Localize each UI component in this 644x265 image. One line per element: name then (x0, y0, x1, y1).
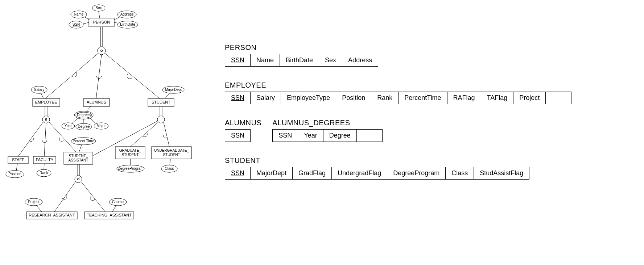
attr-degrees-label: Degrees (77, 113, 91, 117)
svg-line-2 (114, 17, 120, 20)
cell-emp-rank: Rank (371, 92, 399, 104)
cell-emp-raflag: RAFlag (447, 92, 481, 104)
cell-ad-blank (357, 130, 382, 142)
svg-line-4 (114, 22, 118, 23)
attr-degree-label: Degree (78, 125, 90, 129)
table-alumnus-title: ALUMNUS (225, 119, 261, 127)
svg-line-21 (79, 145, 82, 152)
table-alumnus: ALUMNUS SSN (225, 119, 261, 142)
entity-sa-label2: ASSISTANT (69, 158, 88, 162)
cell-emp-position: Position (336, 92, 371, 104)
entity-person-label: PERSON (93, 20, 110, 24)
svg-line-15 (165, 93, 170, 98)
attr-course-label: Course (112, 200, 124, 204)
cell-emp-salary: Salary (251, 92, 281, 104)
svg-line-14 (90, 118, 96, 124)
cell-person-address: Address (342, 54, 378, 66)
cell-stu-ssn: SSN (225, 167, 251, 179)
entity-student-label: STUDENT (152, 100, 170, 104)
cell-alum-ssn: SSN (225, 130, 250, 142)
svg-line-1 (99, 11, 100, 18)
relational-schema: PERSON SSN Name BirthDate Sex Address EM… (225, 43, 571, 194)
cell-stu-majordept: MajorDept (251, 167, 293, 179)
entity-staff-label: STAFF (12, 157, 24, 162)
attr-position-label: Position (8, 172, 21, 176)
attr-degreeprogram-label: DegreeProgram (117, 167, 143, 171)
cell-emp-blank (546, 92, 571, 104)
cell-person-ssn: SSN (225, 54, 251, 66)
cell-stu-class: Class (446, 167, 474, 179)
cell-emp-project: Project (513, 92, 546, 104)
svg-line-34 (81, 182, 105, 212)
cell-emp-taflag: TAFlag (481, 92, 514, 104)
svg-line-9 (105, 53, 160, 98)
attr-ssn-label: SSN (73, 22, 80, 26)
overlap-circle-label: o (100, 48, 103, 52)
cell-emp-ssn: SSN (225, 92, 251, 104)
attr-class-label: Class (165, 167, 174, 171)
svg-line-18 (18, 122, 43, 156)
cell-stu-gradflag: GradFlag (293, 167, 332, 179)
table-employee-row: SSN Salary EmployeeType Position Rank Pe… (225, 92, 571, 104)
table-person: PERSON SSN Name BirthDate Sex Address (225, 43, 571, 67)
svg-line-8 (96, 55, 102, 98)
entity-ta-label: TEACHING_ASSISTANT (87, 213, 132, 217)
svg-line-11 (86, 106, 91, 112)
entity-ra-label: RESEARCH_ASSISTANT (29, 213, 75, 217)
disjoint-circle-sa-label: d (77, 177, 80, 181)
svg-line-7 (45, 53, 98, 98)
table-person-row: SSN Name BirthDate Sex Address (225, 54, 378, 67)
cell-ad-year: Year (298, 130, 323, 142)
cell-stu-undergradflag: UndergradFlag (332, 167, 387, 179)
table-student: STUDENT SSN MajorDept GradFlag Undergrad… (225, 156, 571, 180)
entity-us-label1: UNDERGRADUATE_ (154, 148, 189, 152)
table-alumnus-group: ALUMNUS SSN ALUMNUS_DEGREES SSN Year Deg… (225, 119, 571, 142)
svg-line-23 (44, 164, 44, 169)
table-alumnus-degrees-title: ALUMNUS_DEGREES (272, 119, 382, 127)
attr-percent-time-label: Percent Time (73, 139, 94, 143)
entity-faculty-label: FACULTY (36, 157, 54, 162)
cell-ad-degree: Degree (323, 130, 357, 142)
eer-diagram: PERSON Name Sex Address SSN BirthDate o … (0, 0, 203, 265)
svg-line-3 (83, 22, 89, 24)
svg-line-22 (16, 164, 17, 171)
attr-major-label: Major (96, 124, 106, 128)
cell-stu-studassistflag: StudAssistFlag (474, 167, 529, 179)
attr-name-label: Name (74, 12, 84, 16)
entity-gs-label1: GRADUATE_ (119, 148, 141, 152)
entity-alumnus-label: ALUMNUS (87, 100, 106, 104)
attr-project-label: Project (28, 200, 39, 204)
attr-rank-label: Rank (40, 171, 48, 175)
svg-line-10 (41, 93, 44, 98)
attr-year-label: Year (65, 124, 72, 128)
table-alumnus-row: SSN (225, 129, 251, 142)
table-student-row: SSN MajorDept GradFlag UndergradFlag Deg… (225, 167, 529, 180)
svg-line-19 (44, 123, 46, 156)
svg-line-27 (164, 122, 169, 147)
svg-line-26 (131, 122, 158, 147)
cell-person-birthdate: BirthDate (280, 54, 319, 66)
table-alumnus-degrees-row: SSN Year Degree (272, 129, 382, 142)
cell-emp-type: EmployeeType (281, 92, 336, 104)
entity-employee-label: EMPLOYEE (35, 100, 57, 104)
disjoint-circle-employee-label: d (45, 117, 48, 121)
svg-line-36 (112, 205, 116, 212)
table-employee: EMPLOYEE SSN Salary EmployeeType Positio… (225, 81, 571, 104)
cell-person-sex: Sex (319, 54, 342, 66)
cell-stu-degreeprogram: DegreeProgram (387, 167, 446, 179)
attr-salary-label: Salary (34, 88, 44, 92)
svg-line-35 (36, 205, 42, 212)
table-person-title: PERSON (225, 43, 571, 52)
cell-person-name: Name (251, 54, 280, 66)
attr-majordept-label: MajorDept (165, 88, 182, 92)
entity-us-label2: STUDENT (163, 153, 180, 157)
svg-line-30 (170, 159, 170, 165)
svg-line-12 (72, 118, 78, 123)
attr-birthdate-label: BirthDate (120, 22, 135, 26)
svg-line-33 (54, 182, 75, 212)
table-student-title: STUDENT (225, 156, 571, 165)
entity-gs-label2: STUDENT (121, 153, 139, 157)
entity-sa-label1: STUDENT_ (69, 154, 88, 158)
attr-sex-label: Sex (95, 6, 102, 10)
cell-ad-ssn: SSN (273, 130, 298, 142)
